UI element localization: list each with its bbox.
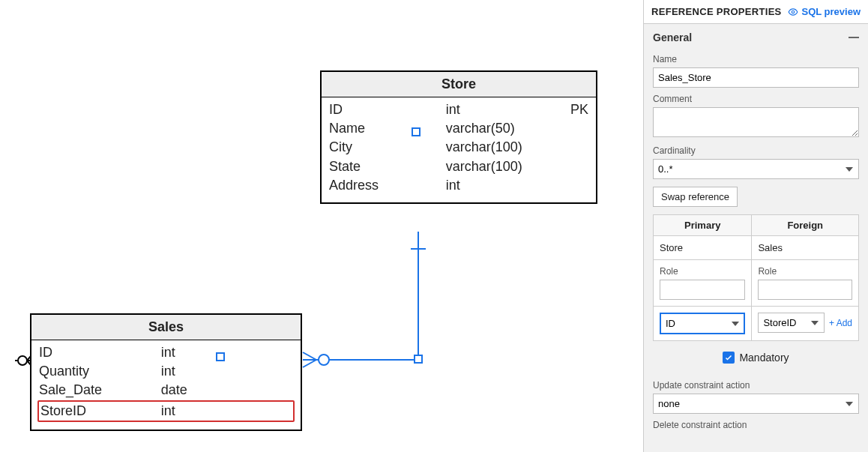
section-general-header[interactable]: General (644, 24, 868, 48)
name-label: Name (653, 54, 859, 64)
mandatory-row: Mandatory (653, 341, 859, 374)
cardinality-label: Cardinality (653, 145, 859, 156)
entity-sales[interactable]: Sales ID int Quantity int Sale_Date date (30, 313, 302, 431)
svg-line-9 (27, 355, 31, 361)
primary-role-label: Role (660, 266, 745, 277)
add-mapping-link[interactable]: + Add (829, 318, 852, 328)
delete-action-label: Delete constraint action (653, 420, 859, 430)
collapse-icon[interactable] (849, 37, 859, 38)
reference-mapping-table: Primary Foreign Store Sales Role Role (653, 214, 859, 341)
cardinality-select[interactable]: 0..* (653, 159, 859, 179)
eye-icon (788, 7, 798, 17)
primary-key-select[interactable]: ID (660, 313, 745, 334)
foreign-role-input[interactable] (758, 280, 852, 300)
foreign-column-header: Foreign (752, 215, 859, 236)
foreign-entity-cell: Sales (752, 236, 859, 260)
sales-col-storeid[interactable]: StoreID int (37, 400, 295, 422)
connection-handle[interactable] (414, 355, 423, 364)
store-col-id[interactable]: ID int PK (329, 100, 588, 119)
diagram-canvas[interactable]: Store ID int PK Name varchar(50) City va… (0, 0, 643, 452)
comment-input[interactable] (653, 107, 859, 137)
mandatory-checkbox[interactable] (723, 352, 735, 364)
svg-line-4 (303, 352, 316, 360)
svg-point-3 (319, 355, 329, 365)
svg-line-5 (303, 360, 316, 367)
reference-properties-panel: REFERENCE PROPERTIES SQL preview General… (643, 0, 868, 452)
sales-col-id[interactable]: ID int (39, 343, 293, 362)
store-col-name[interactable]: Name varchar(50) (329, 119, 588, 138)
update-action-select[interactable]: none (653, 394, 859, 414)
foreign-role-label: Role (758, 266, 852, 277)
entity-store[interactable]: Store ID int PK Name varchar(50) City va… (320, 70, 597, 204)
left-reference-stub (15, 352, 31, 369)
sql-preview-link[interactable]: SQL preview (788, 6, 861, 17)
primary-entity-cell: Store (654, 236, 752, 260)
svg-line-10 (27, 361, 31, 366)
primary-role-input[interactable] (660, 280, 745, 300)
entity-store-body: ID int PK Name varchar(50) City varchar(… (322, 97, 596, 202)
store-col-city[interactable]: City varchar(100) (329, 138, 588, 157)
store-col-address[interactable]: Address int (329, 176, 588, 195)
selection-handle[interactable] (412, 127, 421, 136)
entity-sales-body: ID int Quantity int Sale_Date date Store… (31, 340, 301, 430)
entity-store-header: Store (322, 72, 596, 97)
foreign-key-select[interactable]: StoreID (758, 313, 825, 333)
svg-point-12 (792, 10, 795, 13)
panel-title: REFERENCE PROPERTIES (651, 6, 782, 17)
sales-col-quantity[interactable]: Quantity int (39, 362, 293, 381)
mandatory-label: Mandatory (739, 352, 789, 364)
name-input[interactable] (653, 67, 859, 88)
comment-label: Comment (653, 94, 859, 104)
panel-header: REFERENCE PROPERTIES SQL preview (644, 0, 868, 24)
primary-column-header: Primary (654, 215, 752, 236)
selection-handle[interactable] (216, 352, 225, 361)
update-action-label: Update constraint action (653, 380, 859, 391)
store-col-state[interactable]: State varchar(100) (329, 157, 588, 176)
entity-sales-header: Sales (31, 315, 301, 340)
svg-point-7 (18, 356, 27, 365)
app-root: Store ID int PK Name varchar(50) City va… (0, 0, 868, 452)
sales-col-saledate[interactable]: Sale_Date date (39, 381, 293, 400)
check-icon (724, 353, 733, 362)
swap-reference-button[interactable]: Swap reference (653, 187, 738, 207)
